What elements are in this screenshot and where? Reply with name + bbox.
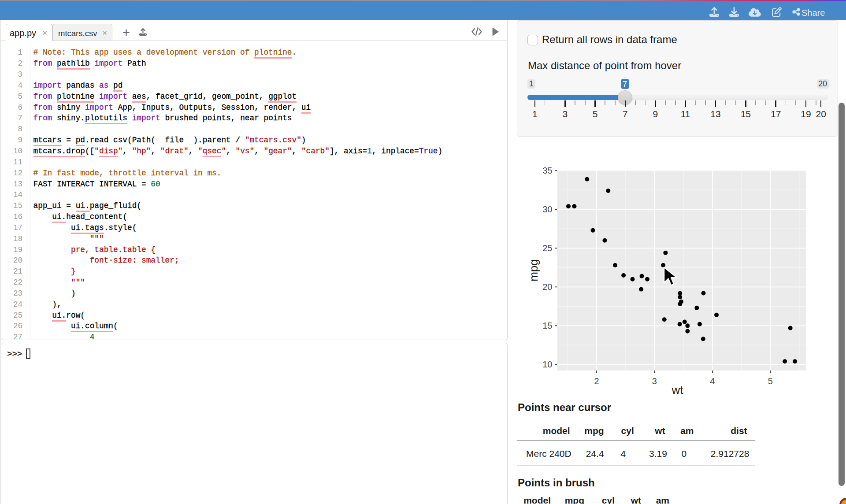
svg-text:25: 25 xyxy=(542,243,552,253)
svg-text:3: 3 xyxy=(652,376,657,386)
svg-text:mpg: mpg xyxy=(527,259,540,282)
svg-text:10: 10 xyxy=(542,359,552,369)
svg-text:35: 35 xyxy=(542,166,552,175)
svg-text:30: 30 xyxy=(542,204,552,214)
svg-text:15: 15 xyxy=(542,321,552,330)
svg-text:20: 20 xyxy=(542,282,552,292)
svg-text:4: 4 xyxy=(710,376,715,386)
svg-text:wt: wt xyxy=(672,383,684,397)
svg-text:5: 5 xyxy=(768,376,773,386)
svg-text:2: 2 xyxy=(594,376,599,386)
